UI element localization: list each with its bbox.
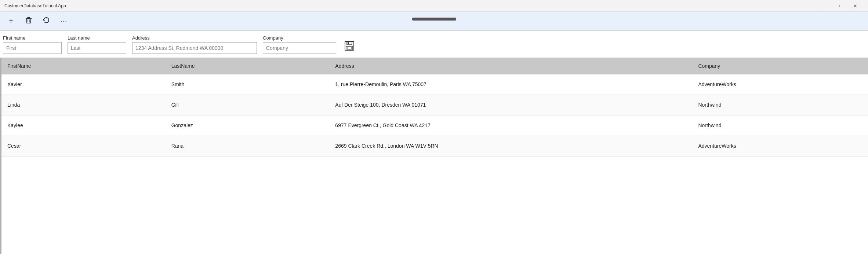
svg-rect-8 <box>347 47 352 49</box>
address-input[interactable] <box>132 42 257 54</box>
cell-firstname: Linda <box>1 95 166 115</box>
firstname-field: First name <box>3 35 62 54</box>
cell-address: 6977 Evergreen Ct., Gold Coast WA 4217 <box>329 115 692 136</box>
table-row[interactable]: XavierSmith1, rue Pierre-Demoulin, Paris… <box>1 74 868 95</box>
col-header-address: Address <box>329 58 692 74</box>
cell-company: Northwind <box>692 95 868 115</box>
firstname-input[interactable] <box>3 42 62 54</box>
table-body: XavierSmith1, rue Pierre-Demoulin, Paris… <box>1 74 868 156</box>
main-content: + ··· <box>0 12 868 254</box>
address-field: Address <box>132 35 257 54</box>
cell-address: 2669 Clark Creek Rd., London WA W1V 5RN <box>329 136 692 156</box>
form-section: First name Last name Address Company <box>0 31 868 58</box>
data-table-container: FirstName LastName Address Company Xavie… <box>0 58 868 254</box>
cell-firstname: Xavier <box>1 74 166 95</box>
minimize-button[interactable]: — <box>813 0 830 12</box>
lastname-label: Last name <box>68 35 126 41</box>
data-table: FirstName LastName Address Company Xavie… <box>1 58 868 157</box>
table-row[interactable]: KayleeGonzalez6977 Evergreen Ct., Gold C… <box>1 115 868 136</box>
save-icon <box>344 41 355 51</box>
lastname-field: Last name <box>68 35 126 54</box>
add-button[interactable]: + <box>3 13 19 29</box>
cell-company: AdventureWorks <box>692 74 868 95</box>
svg-rect-6 <box>348 42 349 44</box>
cell-firstname: Kaylee <box>1 115 166 136</box>
cell-lastname: Gill <box>166 95 330 115</box>
col-header-lastname: LastName <box>166 58 330 74</box>
cell-address: Auf Der Steige 100, Dresden WA 01071 <box>329 95 692 115</box>
cell-firstname: Cesar <box>1 136 166 156</box>
refresh-icon <box>42 16 50 26</box>
delete-icon <box>25 16 33 26</box>
cell-address: 1, rue Pierre-Demoulin, Paris WA 75007 <box>329 74 692 95</box>
window-title: CustomerDatabaseTutorial.App <box>4 3 66 8</box>
company-field: Company <box>263 35 336 54</box>
col-header-company: Company <box>692 58 868 74</box>
table-row[interactable]: CesarRana2669 Clark Creek Rd., London WA… <box>1 136 868 156</box>
toolbar: + ··· <box>0 12 868 31</box>
firstname-label: First name <box>3 35 62 41</box>
col-header-firstname: FirstName <box>1 58 166 74</box>
window-controls: — □ ✕ <box>813 0 864 12</box>
cell-lastname: Gonzalez <box>166 115 330 136</box>
company-input[interactable] <box>263 42 336 54</box>
lastname-input[interactable] <box>68 42 126 54</box>
cell-lastname: Rana <box>166 136 330 156</box>
cell-lastname: Smith <box>166 74 330 95</box>
svg-rect-1 <box>27 17 30 18</box>
add-icon: + <box>9 17 13 25</box>
maximize-button[interactable]: □ <box>830 0 847 12</box>
scrollbar-indicator <box>412 18 456 21</box>
title-bar: CustomerDatabaseTutorial.App — □ ✕ <box>0 0 868 12</box>
company-label: Company <box>263 35 336 41</box>
cell-company: AdventureWorks <box>692 136 868 156</box>
table-row[interactable]: LindaGillAuf Der Steige 100, Dresden WA … <box>1 95 868 115</box>
refresh-button[interactable] <box>38 13 54 29</box>
more-button[interactable]: ··· <box>56 13 72 29</box>
table-header-row: FirstName LastName Address Company <box>1 58 868 74</box>
address-label: Address <box>132 35 257 41</box>
delete-button[interactable] <box>21 13 37 29</box>
more-icon: ··· <box>61 17 67 25</box>
close-button[interactable]: ✕ <box>847 0 864 12</box>
cell-company: Northwind <box>692 115 868 136</box>
save-button[interactable] <box>342 38 357 53</box>
